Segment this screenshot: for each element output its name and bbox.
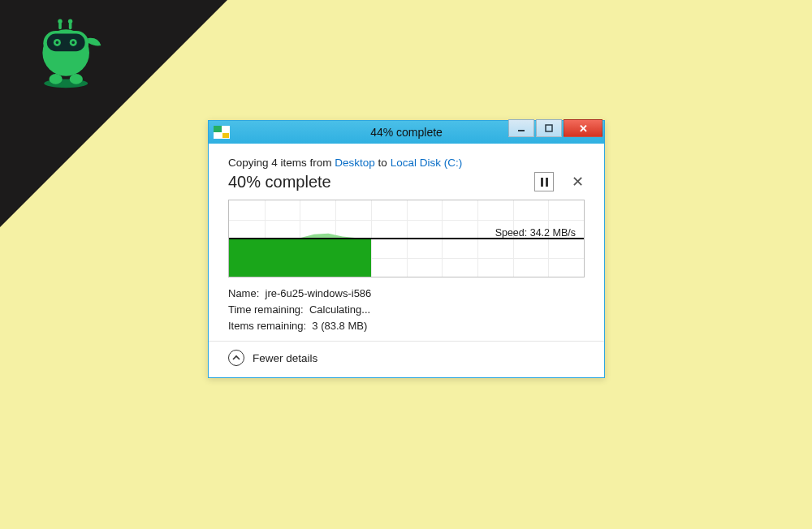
svg-point-11	[68, 19, 72, 24]
copy-dest-link[interactable]: Local Disk (C:)	[391, 157, 463, 169]
detail-items: Items remaining: 3 (83.8 MB)	[228, 318, 585, 334]
detail-time-label: Time remaining:	[228, 303, 304, 316]
details-block: Name: jre-6u25-windows-i586 Time remaini…	[228, 286, 585, 334]
fewer-details-toggle[interactable]: Fewer details	[228, 350, 585, 366]
detail-time-value: Calculating...	[309, 303, 370, 316]
svg-point-13	[70, 74, 83, 84]
close-button[interactable]: ✕	[564, 119, 603, 137]
speed-chart: Speed: 34.2 MB/s	[228, 200, 585, 277]
copy-dialog: 44% complete ✕ Copying 4 items from Desk…	[208, 120, 605, 378]
progress-controls: ✕	[534, 172, 585, 191]
svg-rect-14	[518, 130, 525, 131]
maximize-icon	[545, 124, 553, 132]
copy-description: Copying 4 items from Desktop to Local Di…	[228, 157, 585, 169]
dialog-body: Copying 4 items from Desktop to Local Di…	[209, 144, 604, 377]
speed-label: Speed: 34.2 MB/s	[495, 227, 576, 239]
copy-count: 4 items	[271, 157, 307, 169]
window-controls: ✕	[508, 119, 603, 137]
site-logo-robot	[31, 16, 104, 89]
progress-row: 40% complete ✕	[228, 172, 585, 191]
chevron-up-icon	[228, 350, 244, 366]
detail-time: Time remaining: Calculating...	[228, 302, 585, 318]
detail-items-value: 3 (83.8 MB)	[312, 320, 367, 332]
chart-bottom-fill	[229, 239, 371, 277]
minimize-icon	[517, 124, 525, 132]
pause-icon	[541, 178, 548, 187]
detail-name-value: jre-6u25-windows-i586	[266, 287, 372, 299]
fewer-details-label: Fewer details	[253, 352, 317, 364]
detail-name-label: Name:	[228, 287, 259, 299]
chart-area-svg	[229, 200, 371, 239]
svg-rect-15	[546, 125, 552, 131]
svg-point-12	[50, 74, 63, 84]
svg-rect-3	[47, 34, 85, 52]
svg-point-6	[56, 41, 59, 45]
svg-point-9	[58, 19, 62, 24]
svg-point-7	[71, 41, 75, 45]
pause-button[interactable]	[534, 172, 554, 191]
maximize-button[interactable]	[536, 119, 562, 137]
divider	[209, 341, 604, 342]
copy-source-link[interactable]: Desktop	[335, 157, 375, 169]
chart-top-fill	[229, 200, 371, 239]
detail-name: Name: jre-6u25-windows-i586	[228, 286, 585, 302]
copy-prefix: Copying	[228, 157, 271, 169]
titlebar[interactable]: 44% complete ✕	[209, 121, 604, 144]
copy-from-word: from	[307, 157, 335, 169]
cancel-icon: ✕	[572, 174, 584, 190]
detail-items-label: Items remaining:	[228, 320, 306, 332]
cancel-button[interactable]: ✕	[570, 173, 585, 191]
copy-to-word: to	[375, 157, 391, 169]
progress-text: 40% complete	[228, 173, 331, 191]
minimize-button[interactable]	[508, 119, 534, 137]
close-icon: ✕	[579, 123, 588, 135]
